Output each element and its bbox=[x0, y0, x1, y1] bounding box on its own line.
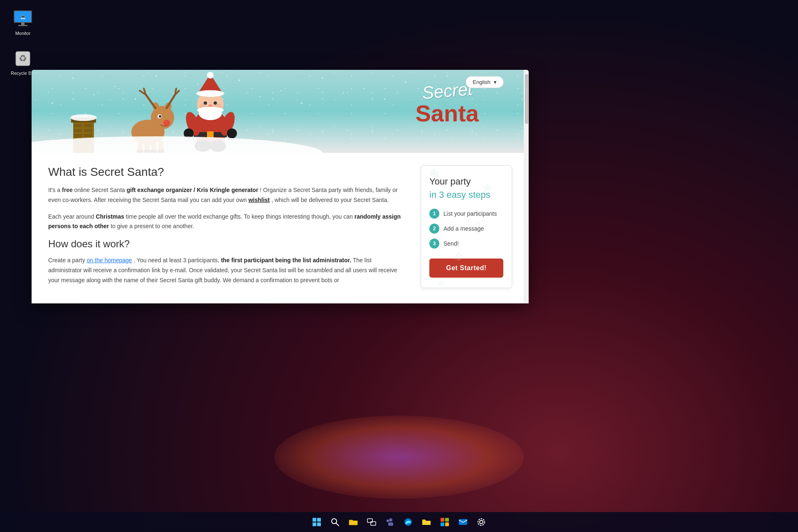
svg-point-23 bbox=[384, 98, 386, 100]
easy-steps-text: in 3 easy steps bbox=[429, 190, 503, 200]
step-3-number: 3 bbox=[429, 239, 439, 249]
teams-button[interactable] bbox=[382, 514, 398, 530]
file-explorer-button[interactable] bbox=[345, 514, 362, 530]
svg-point-63 bbox=[196, 90, 224, 97]
how-pre: Create a party bbox=[48, 257, 87, 264]
svg-text:💻: 💻 bbox=[20, 14, 26, 20]
snow-ground bbox=[32, 128, 529, 153]
folders-button[interactable] bbox=[418, 514, 435, 530]
svg-point-64 bbox=[207, 72, 214, 79]
christmas-paragraph: Each year around Christmas time people a… bbox=[48, 212, 404, 232]
windows-start-button[interactable] bbox=[308, 514, 325, 530]
monitor-icon[interactable]: 💻 Monitor bbox=[8, 8, 37, 36]
step-2-label: Add a message bbox=[443, 225, 484, 232]
monitor-icon-label: Monitor bbox=[15, 31, 31, 36]
taskbar-center bbox=[308, 514, 490, 530]
edge-icon bbox=[404, 517, 413, 527]
how-works-paragraph: Create a party on the homepage . You nee… bbox=[48, 256, 404, 285]
svg-line-40 bbox=[146, 95, 155, 108]
svg-point-12 bbox=[322, 77, 323, 79]
language-label: English bbox=[473, 79, 490, 85]
svg-point-21 bbox=[301, 102, 303, 104]
step-3: 3 Send! bbox=[429, 239, 503, 249]
hero-section: English ▾ Secret Santa bbox=[32, 70, 529, 153]
svg-rect-101 bbox=[441, 518, 444, 522]
christmas-pre: Each year around bbox=[48, 213, 96, 220]
svg-rect-89 bbox=[313, 522, 316, 526]
scrollbar-thumb[interactable] bbox=[525, 74, 528, 124]
how-mid: . You need at least 3 participants, bbox=[133, 257, 221, 264]
intro-mid: online Secret Santa bbox=[74, 187, 127, 193]
svg-point-78 bbox=[32, 136, 323, 153]
svg-text:♻: ♻ bbox=[19, 53, 27, 64]
folders-icon bbox=[421, 517, 431, 527]
windows-logo bbox=[312, 517, 321, 527]
svg-rect-104 bbox=[445, 522, 449, 526]
monitor-svg: 💻 bbox=[12, 8, 33, 29]
intro-end: , which will be delivered to your Secret… bbox=[271, 197, 389, 203]
intro-free: free bbox=[62, 187, 73, 193]
svg-point-98 bbox=[387, 520, 389, 522]
intro-paragraph: It's a free online Secret Santa gift exc… bbox=[48, 185, 404, 205]
svg-point-22 bbox=[343, 92, 344, 94]
what-is-heading: What is Secret Santa? bbox=[48, 165, 404, 179]
svg-point-11 bbox=[281, 90, 282, 91]
step-1: 1 List your participants bbox=[429, 209, 503, 219]
search-icon bbox=[330, 517, 340, 527]
content-area: What is Secret Santa? It's a free online… bbox=[32, 153, 529, 303]
homepage-link[interactable]: on the homepage bbox=[87, 257, 132, 264]
how-works-heading: How does it work? bbox=[48, 238, 404, 250]
svg-rect-1 bbox=[21, 22, 25, 25]
christmas-end: to give a present to one another. bbox=[111, 223, 194, 229]
step-2: 2 Add a message bbox=[429, 224, 503, 234]
store-icon bbox=[440, 517, 449, 527]
svg-rect-88 bbox=[317, 518, 321, 522]
step-3-label: Send! bbox=[443, 240, 459, 247]
edge-browser-button[interactable] bbox=[400, 514, 416, 530]
svg-rect-2 bbox=[18, 25, 27, 26]
svg-point-107 bbox=[478, 519, 485, 525]
step-1-number: 1 bbox=[429, 209, 439, 219]
svg-line-92 bbox=[336, 523, 339, 526]
svg-rect-105 bbox=[459, 519, 467, 525]
store-button[interactable] bbox=[436, 514, 453, 530]
svg-rect-90 bbox=[317, 522, 321, 526]
task-view-button[interactable] bbox=[363, 514, 380, 530]
intro-pre: It's a bbox=[48, 187, 62, 193]
svg-rect-97 bbox=[388, 522, 393, 526]
party-card: Your party in 3 easy steps 1 List your p… bbox=[421, 165, 512, 288]
scrollbar[interactable] bbox=[524, 70, 529, 303]
file-explorer-icon bbox=[348, 517, 358, 527]
mail-button[interactable] bbox=[455, 514, 471, 530]
svg-point-71 bbox=[197, 107, 224, 113]
mail-icon bbox=[458, 517, 468, 527]
svg-rect-100 bbox=[422, 521, 431, 525]
desktop-glow bbox=[274, 416, 524, 499]
how-bold: the first participant being the list adm… bbox=[221, 257, 352, 264]
search-button[interactable] bbox=[327, 514, 343, 530]
recycle-svg: ♻ bbox=[12, 48, 33, 69]
get-started-button[interactable]: Get Started! bbox=[429, 259, 503, 278]
desktop-icons: 💻 Monitor ♻ Recycle Bin bbox=[8, 8, 37, 76]
svg-point-35 bbox=[70, 114, 97, 121]
svg-rect-29 bbox=[74, 124, 82, 127]
browser-window: English ▾ Secret Santa bbox=[32, 70, 529, 303]
settings-button[interactable] bbox=[473, 514, 490, 530]
svg-point-106 bbox=[480, 520, 483, 524]
svg-point-24 bbox=[52, 102, 53, 104]
svg-point-20 bbox=[260, 96, 261, 98]
svg-point-14 bbox=[405, 81, 406, 83]
svg-rect-102 bbox=[445, 518, 449, 522]
teams-icon bbox=[385, 517, 395, 527]
language-dropdown[interactable]: English ▾ bbox=[466, 76, 504, 88]
christmas-word: Christmas bbox=[96, 213, 124, 220]
svg-point-15 bbox=[447, 76, 448, 77]
svg-rect-103 bbox=[441, 522, 444, 526]
intro-wishlist: wishlist bbox=[249, 197, 270, 203]
svg-point-13 bbox=[364, 88, 365, 89]
secret-santa-title: Secret Santa bbox=[416, 82, 479, 125]
title-santa: Santa bbox=[416, 102, 479, 125]
svg-rect-30 bbox=[84, 124, 92, 127]
svg-rect-93 bbox=[349, 521, 357, 525]
party-heading: Your party bbox=[429, 176, 503, 188]
